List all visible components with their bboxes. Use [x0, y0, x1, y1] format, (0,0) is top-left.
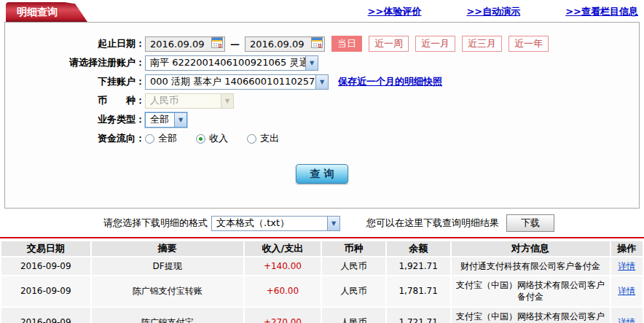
- col-header-counterparty: 对方信息: [452, 241, 610, 256]
- detail-link[interactable]: 详情: [618, 286, 635, 296]
- business-type-select[interactable]: 全部 ▼: [145, 112, 187, 128]
- link-view-column-info[interactable]: >>查看栏目信息: [565, 5, 638, 18]
- date-range-row: 起止日期： 2016.09.09 — 2016.09.09 当日 近一周 近一月…: [5, 34, 639, 53]
- date-range-label: 起止日期：: [5, 37, 145, 50]
- cell-date: 2016-09-09: [1, 276, 90, 306]
- section-divider: [0, 237, 644, 238]
- register-account-value: 南平 6222001406100921065 灵通卡: [146, 56, 305, 69]
- cell-currency: 人民币: [322, 308, 385, 323]
- download-row: 请您选择下载明细的格式 文本格式（.txt） ▼ 您可以在这里下载查询明细结果 …: [103, 214, 644, 233]
- cell-balance: 1,921.71: [387, 257, 450, 275]
- sub-account-row: 下挂账户： 000 活期 基本户 1406600101102571848 ▼ 保…: [5, 72, 639, 91]
- radio-selected-icon: [196, 134, 205, 144]
- download-format-select[interactable]: 文本格式（.txt） ▼: [211, 216, 340, 231]
- start-date-value: 2016.09.09: [150, 39, 211, 50]
- radio-icon: [145, 134, 154, 144]
- range-button-year[interactable]: 近一年: [508, 36, 549, 52]
- col-header-date: 交易日期: [1, 241, 90, 256]
- col-header-summary: 摘要: [92, 241, 243, 256]
- detail-link[interactable]: 详情: [618, 261, 635, 271]
- range-button-quarter[interactable]: 近三月: [462, 36, 502, 52]
- radio-fund-flow-income[interactable]: 收入: [196, 132, 228, 145]
- chevron-down-icon: ▼: [174, 113, 186, 127]
- range-button-today[interactable]: 当日: [331, 36, 362, 52]
- page-title: 明细查询: [17, 6, 58, 17]
- sub-account-label: 下挂账户：: [5, 75, 145, 88]
- radio-fund-flow-expense[interactable]: 支出: [247, 132, 279, 145]
- cell-summary: 陈广锦支付宝转账: [92, 276, 243, 306]
- register-account-select[interactable]: 南平 6222001406100921065 灵通卡 ▼: [145, 55, 318, 71]
- col-header-action: 操作: [611, 241, 643, 256]
- sub-account-value: 000 活期 基本户 1406600101102571848: [146, 75, 315, 88]
- chevron-down-icon: ▼: [327, 217, 339, 230]
- transaction-table: 交易日期 摘要 收入/支出 币种 余额 对方信息 操作 2016-09-09 D…: [0, 240, 644, 323]
- cell-action: 详情: [611, 308, 643, 323]
- cell-action: 详情: [611, 257, 643, 275]
- radio-label: 支出: [260, 132, 279, 145]
- top-links: >>体验评价 >>自动演示 >>查看栏目信息: [323, 5, 638, 18]
- calendar-icon[interactable]: [311, 37, 323, 50]
- radio-label: 全部: [158, 132, 177, 145]
- currency-select: 人民币 ▼: [145, 93, 234, 109]
- sub-account-select[interactable]: 000 活期 基本户 1406600101102571848 ▼: [145, 74, 329, 90]
- date-separator: —: [230, 39, 240, 50]
- cell-counterparty: 财付通支付科技有限公司客户备付金: [452, 257, 610, 275]
- download-format-value: 文本格式（.txt）: [212, 217, 294, 230]
- business-type-row: 业务类型： 全部 ▼: [5, 110, 639, 129]
- cell-summary: 陈广锦支付宝: [92, 308, 243, 323]
- radio-fund-flow-all[interactable]: 全部: [145, 132, 177, 145]
- cell-action: 详情: [611, 276, 643, 306]
- tab-detail-query[interactable]: 明细查询: [6, 2, 87, 22]
- end-date-input[interactable]: 2016.09.09: [245, 36, 325, 52]
- start-date-input[interactable]: 2016.09.09: [145, 36, 225, 52]
- download-format-label: 请您选择下载明细的格式: [103, 217, 208, 230]
- cell-balance: 1,781.71: [387, 276, 450, 306]
- link-auto-demo[interactable]: >>自动演示: [466, 5, 520, 18]
- radio-label: 收入: [209, 132, 228, 145]
- range-button-month[interactable]: 近一月: [415, 36, 455, 52]
- query-button[interactable]: 查 询: [296, 164, 348, 184]
- table-header-row: 交易日期 摘要 收入/支出 币种 余额 对方信息 操作: [1, 241, 643, 256]
- cell-date: 2016-09-09: [1, 308, 90, 323]
- fund-flow-label: 资金流向：: [5, 132, 145, 145]
- col-header-balance: 余额: [387, 241, 450, 256]
- link-experience-eval[interactable]: >>体验评价: [368, 5, 422, 18]
- table-row: 2016-09-09 陈广锦支付宝转账 +60.00 人民币 1,781.71 …: [1, 276, 643, 306]
- cell-counterparty: 支付宝（中国）网络技术有限公司客户备付金: [452, 276, 610, 306]
- cell-amount: +60.00: [245, 276, 321, 306]
- table-row: 2016-09-09 陈广锦支付宝 +270.00 人民币 1,721.71 支…: [1, 308, 643, 323]
- currency-row: 币 种： 人民币 ▼: [5, 91, 639, 110]
- cell-counterparty: 支付宝（中国）网络技术有限公司客户备付金: [452, 308, 610, 323]
- fund-flow-row: 资金流向： 全部 收入 支出: [5, 129, 639, 148]
- col-header-amount: 收入/支出: [245, 241, 321, 256]
- table-row: 2016-09-09 DF提现 +140.00 人民币 1,921.71 财付通…: [1, 257, 643, 275]
- chevron-down-icon: ▼: [305, 56, 318, 70]
- currency-value: 人民币: [146, 94, 183, 107]
- cell-currency: 人民币: [322, 276, 385, 306]
- cell-amount: +140.00: [245, 257, 321, 275]
- col-header-currency: 币种: [322, 241, 385, 256]
- end-date-value: 2016.09.09: [250, 39, 311, 50]
- cell-amount: +270.00: [245, 308, 321, 323]
- register-account-row: 请选择注册账户： 南平 6222001406100921065 灵通卡 ▼: [5, 53, 639, 72]
- chevron-down-icon: ▼: [221, 94, 233, 108]
- download-button[interactable]: 下载: [506, 214, 554, 232]
- detail-link[interactable]: 详情: [618, 317, 635, 323]
- calendar-icon[interactable]: [211, 37, 223, 50]
- top-bar: 明细查询 >>体验评价 >>自动演示 >>查看栏目信息: [0, 0, 644, 22]
- cell-currency: 人民币: [322, 257, 385, 275]
- cell-summary: DF提现: [92, 257, 243, 275]
- cell-date: 2016-09-09: [1, 257, 90, 275]
- business-type-value: 全部: [146, 113, 173, 126]
- query-form-panel: 起止日期： 2016.09.09 — 2016.09.09 当日 近一周 近一月…: [4, 22, 640, 209]
- range-button-week[interactable]: 近一周: [369, 36, 409, 52]
- currency-label: 币 种：: [5, 94, 145, 107]
- business-type-label: 业务类型：: [5, 113, 145, 126]
- register-account-label: 请选择注册账户：: [5, 56, 145, 69]
- chevron-down-icon: ▼: [315, 75, 328, 89]
- cell-balance: 1,721.71: [387, 308, 450, 323]
- radio-icon: [247, 134, 256, 144]
- save-snapshot-link[interactable]: 保存近一个月的明细快照: [338, 75, 442, 88]
- download-hint: 您可以在这里下载查询明细结果: [366, 217, 499, 230]
